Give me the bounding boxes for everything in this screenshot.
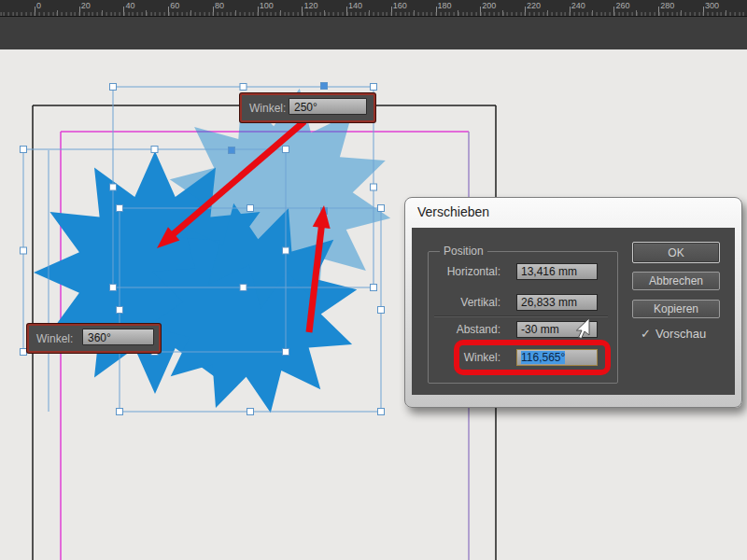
- ruler-half-tick: [414, 10, 415, 16]
- mouse-cursor-icon: [571, 317, 591, 342]
- ruler-number: 40: [125, 1, 134, 10]
- ruler-half-tick: [235, 10, 236, 16]
- selection-handle[interactable]: [240, 285, 247, 291]
- selection-handle[interactable]: [321, 83, 328, 90]
- selection-handle[interactable]: [371, 285, 377, 291]
- field-label: Vertikal:: [412, 294, 500, 311]
- ruler-half-tick: [57, 10, 58, 16]
- ruler-half-tick: [681, 10, 682, 16]
- preview-checkbox-label: Vorschau: [655, 327, 706, 341]
- selection-handle[interactable]: [110, 184, 117, 190]
- ruler-major-tick: [658, 7, 659, 16]
- selection-handle[interactable]: [21, 147, 27, 153]
- ruler-half-tick: [369, 10, 370, 16]
- ruler-major-tick: [613, 7, 614, 16]
- selection-handle[interactable]: [371, 84, 377, 91]
- field-label: Abstand:: [412, 321, 500, 338]
- ruler-number: 200: [482, 1, 496, 10]
- selection-handle[interactable]: [21, 349, 27, 356]
- ruler-half-tick: [146, 10, 147, 16]
- abbrechen-button[interactable]: Abbrechen: [632, 272, 720, 290]
- ruler-half-tick: [102, 10, 103, 16]
- ruler-number: 60: [170, 1, 179, 10]
- selection-handle[interactable]: [247, 409, 254, 415]
- ruler-major-tick: [391, 7, 392, 16]
- ruler-half-tick: [280, 10, 281, 16]
- ruler-major-tick: [480, 7, 481, 16]
- ruler-major-tick: [35, 7, 35, 16]
- ruler-half-tick: [324, 10, 325, 16]
- selection-handle[interactable]: [378, 307, 385, 314]
- ruler-half-tick: [547, 10, 548, 16]
- ruler-number: 120: [303, 1, 317, 10]
- ruler-major-tick: [302, 7, 303, 16]
- ruler-major-tick: [79, 7, 80, 16]
- selection-handle[interactable]: [283, 147, 289, 153]
- angle-tooltip-label: Winkel:: [249, 102, 286, 115]
- preview-checkbox[interactable]: ✓Vorschau: [641, 327, 706, 341]
- highlight-annotation: [454, 340, 611, 375]
- angle-tooltip-value: 250°: [289, 98, 367, 115]
- ruler-major-tick: [258, 7, 259, 16]
- selection-handle[interactable]: [283, 349, 289, 356]
- position-group-label: Position: [440, 245, 487, 258]
- ruler-number: 260: [615, 1, 629, 10]
- selection-handle[interactable]: [371, 184, 377, 190]
- ruler-major-tick: [436, 7, 437, 16]
- angle-tooltip-250: Winkel: 250°: [240, 93, 375, 122]
- ruler-half-tick: [636, 10, 637, 16]
- ruler-major-tick: [570, 7, 571, 16]
- dialog-field-row: Vertikal:26,833 mm: [412, 294, 617, 311]
- dialog-field-row: Horizontal:13,416 mm: [412, 263, 617, 280]
- ruler-number: 100: [260, 1, 274, 10]
- field-label: Horizontal:: [412, 263, 500, 280]
- ruler-number: 80: [215, 1, 224, 10]
- horizontal-ruler: 0204060801001201401601802002202402602803…: [0, 0, 747, 17]
- ruler-number: 220: [527, 1, 541, 10]
- angle-tooltip-value: 360°: [82, 329, 154, 345]
- selection-handle[interactable]: [229, 147, 235, 154]
- ruler-half-tick: [592, 10, 593, 16]
- ruler-major-tick: [213, 7, 214, 16]
- selection-handle[interactable]: [240, 84, 247, 91]
- selection-handle[interactable]: [110, 84, 117, 91]
- ruler-half-tick: [726, 10, 726, 16]
- ruler-major-tick: [703, 7, 704, 16]
- selection-handle[interactable]: [117, 409, 123, 415]
- ruler-number: 140: [348, 1, 362, 10]
- selection-handle[interactable]: [110, 285, 117, 291]
- dialog-title: Verschieben: [417, 204, 489, 219]
- move-dialog[interactable]: Verschieben Position Horizontal:13,416 m…: [404, 197, 742, 408]
- toolbar-band: [0, 17, 747, 51]
- ruler-number: 180: [438, 1, 452, 10]
- field-input[interactable]: 13,416 mm: [516, 263, 598, 280]
- selection-handle[interactable]: [247, 205, 254, 212]
- selection-handle[interactable]: [378, 409, 385, 415]
- ruler-half-tick: [458, 10, 458, 16]
- selection-handle[interactable]: [117, 205, 123, 212]
- ruler-major-tick: [346, 7, 347, 16]
- field-input[interactable]: 26,833 mm: [516, 294, 598, 311]
- selection-handle[interactable]: [151, 147, 158, 153]
- ok-button[interactable]: OK: [632, 242, 720, 263]
- angle-tooltip-360: Winkel: 360°: [27, 324, 161, 353]
- selection-handle[interactable]: [21, 247, 27, 254]
- ruler-number: 0: [36, 1, 41, 10]
- ruler-major-tick: [168, 7, 169, 16]
- checkmark-icon: ✓: [641, 327, 651, 341]
- ruler-major-tick: [123, 7, 124, 16]
- kopieren-button[interactable]: Kopieren: [632, 300, 720, 318]
- selection-handle[interactable]: [117, 307, 123, 314]
- angle-tooltip-label: Winkel:: [36, 332, 73, 345]
- ruler-number: 20: [81, 1, 91, 10]
- ruler-half-tick: [502, 10, 503, 16]
- ruler-number: 240: [571, 1, 585, 10]
- ruler-number: 300: [705, 1, 719, 10]
- selection-handle[interactable]: [283, 247, 289, 254]
- ruler-half-tick: [190, 10, 191, 16]
- ruler-major-tick: [525, 7, 526, 16]
- selection-handle[interactable]: [378, 205, 385, 212]
- ruler-number: 160: [393, 1, 407, 10]
- ruler-number: 280: [660, 1, 674, 10]
